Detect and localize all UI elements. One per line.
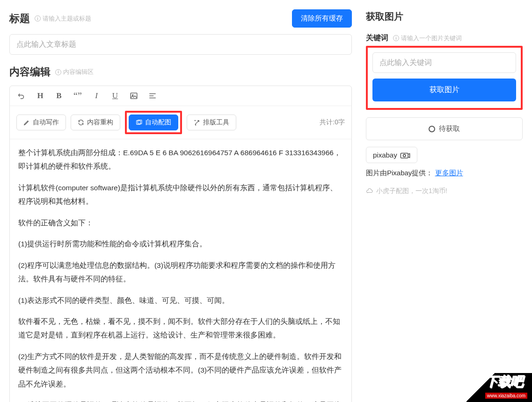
paragraph: (2)生产方式不同的软件是开发，是人类智能的高发挥，而不是传统意义上的硬件制造。… — [18, 350, 343, 391]
right-column: 获取图片 关键词 i 请输入一个图片关键词 获取图片 待获取 pixabay 图… — [366, 9, 523, 402]
content-hint-text: 内容编辑区 — [63, 68, 94, 76]
restructure-button[interactable]: 内容重构 — [71, 115, 120, 130]
auto-write-button[interactable]: 自动写作 — [16, 115, 66, 130]
paragraph: 计算机软件(computer software)是指计算机系统中除硬件以外的所有… — [18, 181, 343, 208]
quote-icon[interactable]: “” — [73, 91, 83, 101]
footer-tip: 小虎子配图，一次1淘币! — [366, 187, 523, 195]
paragraph: 软件看不见，无色，枯燥，看不见，摸不到，闻不到。软件大部分存在于人们的头脑或纸上… — [18, 315, 343, 342]
keyword-hint-text: 请输入一个图片关键词 — [401, 34, 462, 43]
title-label-wrap: 标题 i 请输入主题或标题 — [9, 12, 91, 26]
pending-status[interactable]: 待获取 — [366, 117, 523, 140]
paragraph: (4)维护不同的硬件是旧的，理论上软件是旧的，并不坏，但实际上软件也是旧的和坏的… — [18, 398, 343, 402]
svg-rect-0 — [131, 93, 137, 99]
content-hint: i 内容编辑区 — [55, 68, 94, 76]
clear-cache-button[interactable]: 清除所有缓存 — [292, 9, 352, 28]
layout-tool-label: 排版工具 — [203, 118, 229, 127]
title-hint: i 请输入主题或标题 — [35, 14, 91, 23]
paragraph: 整个计算机系统由两部分组成：E.69DA 5 E 6 BA 9062616964… — [18, 146, 343, 173]
fetch-image-button[interactable]: 获取图片 — [372, 79, 516, 101]
wand-icon — [194, 119, 200, 126]
paragraph: (1)提供运行时所需功能和性能的命令或计算机程序集合。 — [18, 237, 343, 251]
svg-point-8 — [403, 154, 405, 157]
pending-label: 待获取 — [439, 124, 460, 133]
editor: H B “” I U 自动写作 内容重构 — [9, 86, 352, 402]
title-section-header: 标题 i 请输入主题或标题 清除所有缓存 — [9, 9, 352, 28]
main-container: 标题 i 请输入主题或标题 清除所有缓存 内容编辑 i 内容编辑区 — [0, 0, 532, 402]
pixabay-label: pixabay — [373, 151, 397, 159]
toolbar-actions: 自动写作 内容重构 自动配图 排版工具 — [10, 106, 351, 139]
circle-icon — [429, 126, 435, 132]
footer-tip-text: 小虎子配图，一次1淘币! — [376, 187, 447, 195]
credit-line: 图片由Pixabay提供： 更多图片 — [366, 169, 523, 178]
watermark-brand: 下载吧 — [485, 373, 527, 391]
restructure-label: 内容重构 — [87, 118, 113, 127]
italic-icon[interactable]: I — [91, 91, 102, 101]
cloud-icon — [366, 188, 373, 194]
auto-write-label: 自动写作 — [33, 118, 59, 127]
editor-body[interactable]: 整个计算机系统由两部分组成：E.69DA 5 E 6 BA 9062616964… — [10, 139, 351, 402]
info-icon: i — [55, 69, 61, 75]
word-count: 共计:0字 — [320, 118, 345, 127]
toolbar-formatting: H B “” I U — [10, 86, 351, 106]
keyword-label: 关键词 — [366, 33, 388, 43]
bold-icon[interactable]: B — [54, 91, 64, 101]
align-icon[interactable] — [147, 91, 158, 101]
svg-point-1 — [132, 94, 133, 95]
heading-icon[interactable]: H — [35, 91, 45, 101]
content-label-wrap: 内容编辑 i 内容编辑区 — [9, 65, 352, 79]
camera-icon — [400, 152, 410, 158]
pixabay-chip[interactable]: pixabay — [366, 147, 417, 163]
image-icon[interactable] — [129, 91, 139, 101]
title-hint-text: 请输入主题或标题 — [43, 14, 91, 23]
content-heading: 内容编辑 — [9, 65, 51, 79]
credit-prefix: 图片由Pixabay提供： — [366, 169, 433, 177]
title-heading: 标题 — [9, 12, 30, 26]
content-section: 内容编辑 i 内容编辑区 H B “” I U — [9, 65, 352, 402]
underline-icon[interactable]: U — [110, 91, 120, 101]
paragraph: 软件的正确含义如下： — [18, 216, 343, 230]
auto-image-label: 自动配图 — [145, 118, 171, 127]
pencil-icon — [23, 119, 30, 126]
more-images-link[interactable]: 更多图片 — [435, 169, 463, 177]
info-icon: i — [393, 35, 399, 41]
highlight-keyword-box: 获取图片 — [366, 46, 523, 110]
keyword-label-row: 关键词 i 请输入一个图片关键词 — [366, 33, 523, 43]
auto-image-button[interactable]: 自动配图 — [129, 115, 178, 130]
paragraph: (2)程序可以满意地处理信息的数据结构。(3)说明程序功能要求和程序需要的文档的… — [18, 258, 343, 286]
info-icon: i — [35, 15, 41, 22]
undo-icon[interactable] — [16, 91, 27, 101]
image-match-icon — [136, 119, 142, 126]
svg-rect-7 — [401, 153, 408, 158]
watermark: 下载吧 www.xiazaiba.com — [466, 373, 532, 402]
left-column: 标题 i 请输入主题或标题 清除所有缓存 内容编辑 i 内容编辑区 — [9, 9, 352, 402]
refresh-icon — [78, 119, 84, 126]
keyword-input[interactable] — [372, 52, 516, 73]
keyword-hint: i 请输入一个图片关键词 — [393, 34, 462, 43]
title-input[interactable] — [9, 34, 352, 55]
highlight-auto-image: 自动配图 — [125, 111, 182, 134]
paragraph: (1)表达形式不同的硬件类型、颜色、味道、可见、可摸、可闻。 — [18, 294, 343, 307]
image-panel-title: 获取图片 — [366, 10, 523, 23]
layout-tool-button[interactable]: 排版工具 — [187, 115, 236, 130]
watermark-url: www.xiazaiba.com — [485, 393, 527, 399]
